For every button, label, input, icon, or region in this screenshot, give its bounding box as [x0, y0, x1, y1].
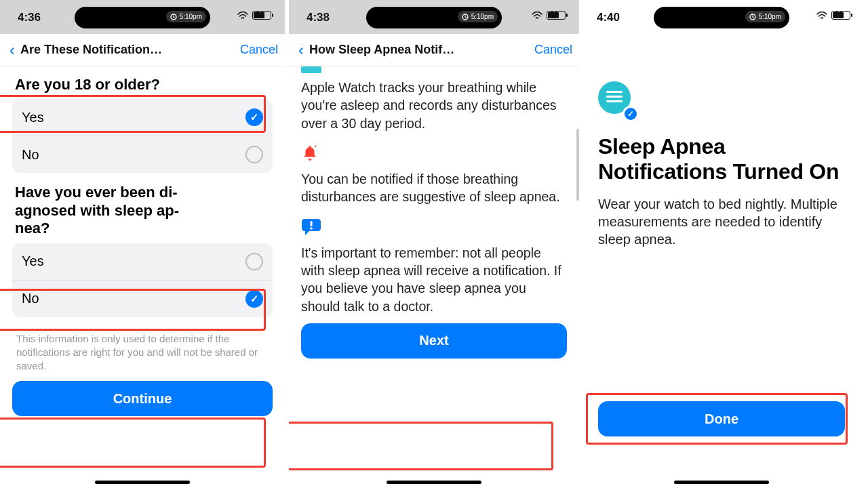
age-option-yes[interactable]: Yes ✓	[12, 99, 273, 136]
question-diagnosed: Have you ever been di- agnosed with slee…	[15, 184, 273, 237]
diagnosed-options: Yes No ✓	[12, 243, 273, 317]
highlight-box	[0, 418, 266, 468]
nav-title: How Sleep Apnea Notif…	[307, 43, 534, 57]
continue-button[interactable]: Continue	[12, 381, 273, 416]
info-block-caution: It's important to remember: not all peop…	[301, 218, 567, 315]
dynamic-island: 5:10pm	[654, 7, 789, 28]
checkmark-icon: ✓	[245, 108, 263, 126]
dynamic-island: 5:10pm	[75, 7, 210, 28]
back-button[interactable]: ‹	[296, 41, 307, 60]
status-right: 64	[237, 11, 271, 20]
question-age: Are you 18 or older?	[15, 76, 273, 94]
svg-point-3	[310, 227, 313, 230]
home-indicator	[95, 481, 190, 484]
home-indicator	[674, 481, 769, 484]
confirmation-body: Wear your watch to bed nightly. Multiple…	[598, 195, 845, 248]
button-label: Continue	[113, 391, 172, 407]
wifi-icon	[816, 12, 827, 20]
info-block-tracking: Apple Watch tracks your breathing while …	[301, 66, 567, 132]
screen-how-it-works: 4:38 5:10pm 64 ‹ How Sleep Apnea Notif… …	[289, 0, 579, 488]
home-indicator	[387, 481, 481, 484]
back-button[interactable]: ‹	[7, 41, 18, 60]
svg-rect-2	[310, 221, 312, 226]
content: Apple Watch tracks your breathing while …	[289, 66, 579, 488]
bed-icon	[301, 66, 321, 73]
content: ✓ Sleep Apnea Notifications Turned On We…	[579, 34, 864, 488]
status-time: 4:36	[18, 11, 41, 24]
wifi-icon	[532, 12, 542, 20]
live-activity-time: 5:10pm	[458, 11, 498, 22]
info-text: It's important to remember: not all peop…	[301, 244, 567, 315]
navbar: ‹ How Sleep Apnea Notif… Cancel	[289, 34, 579, 66]
wifi-icon	[237, 12, 248, 20]
content: Are you 18 or older? Yes ✓ No Have you e…	[0, 66, 285, 488]
status-time: 4:38	[307, 11, 330, 24]
info-text: You can be notified if those breathing d…	[301, 170, 567, 206]
dynamic-island: 5:10pm	[366, 7, 502, 28]
diagnosed-option-yes[interactable]: Yes	[12, 243, 273, 280]
next-button[interactable]: Next	[301, 323, 567, 359]
option-label: No	[22, 291, 39, 306]
age-option-no[interactable]: No	[12, 136, 273, 173]
screen-eligibility: 4:36 5:10pm 64 ‹ Are These Notification……	[0, 0, 285, 488]
confirmation-title: Sleep Apnea Notifications Turned On	[598, 134, 845, 184]
nav-title: Are These Notification…	[18, 43, 240, 57]
highlight-box	[289, 422, 553, 470]
cancel-button[interactable]: Cancel	[240, 43, 278, 57]
battery-icon: 64	[831, 11, 850, 20]
option-label: Yes	[22, 110, 44, 125]
battery-icon: 64	[252, 11, 271, 20]
bell-icon	[301, 144, 567, 165]
check-badge-icon: ✓	[623, 106, 639, 122]
option-label: Yes	[22, 253, 44, 269]
status-bar: 4:40 5:10pm 64	[579, 0, 864, 34]
button-label: Done	[705, 411, 738, 427]
info-text: Apple Watch tracks your breathing while …	[301, 79, 567, 132]
cancel-button[interactable]: Cancel	[534, 43, 572, 57]
live-activity-time: 5:10pm	[745, 11, 785, 22]
status-bar: 4:38 5:10pm 64	[289, 0, 579, 34]
radio-empty-icon	[245, 253, 263, 270]
disclaimer-text: This information is only used to determi…	[12, 328, 273, 373]
status-right: 64	[816, 11, 850, 20]
diagnosed-option-no[interactable]: No ✓	[12, 280, 273, 317]
status-right: 64	[532, 11, 566, 20]
navbar: ‹ Are These Notification… Cancel	[0, 34, 285, 66]
done-button[interactable]: Done	[598, 401, 845, 436]
sleep-apnea-icon: ✓	[598, 81, 636, 119]
checkmark-icon: ✓	[245, 290, 263, 308]
battery-icon: 64	[547, 11, 566, 20]
button-label: Next	[419, 333, 448, 348]
info-block-notify: You can be notified if those breathing d…	[301, 144, 567, 206]
status-time: 4:40	[597, 11, 620, 24]
option-label: No	[22, 147, 39, 163]
age-options: Yes ✓ No	[12, 99, 273, 173]
chat-alert-icon	[301, 218, 567, 239]
screen-confirmation: 4:40 5:10pm 64 ✓ Sleep Apnea Notificatio…	[579, 0, 864, 488]
status-bar: 4:36 5:10pm 64	[0, 0, 285, 34]
live-activity-time: 5:10pm	[166, 11, 206, 22]
radio-empty-icon	[245, 146, 263, 163]
